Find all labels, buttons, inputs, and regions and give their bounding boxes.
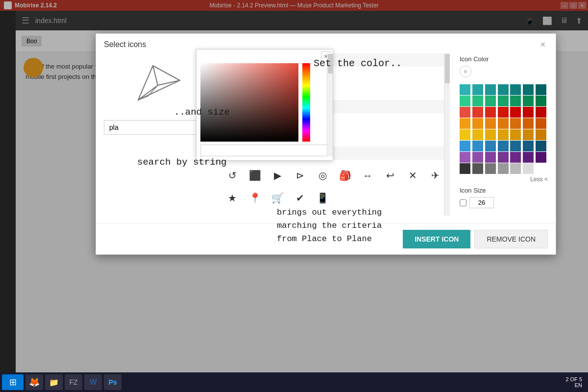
color-swatch[interactable]	[523, 84, 534, 95]
color-swatch[interactable]	[510, 141, 521, 151]
color-swatch[interactable]	[498, 96, 509, 106]
color-swatch[interactable]	[460, 141, 470, 151]
taskbar-explorer[interactable]: 📁	[45, 374, 63, 390]
icon-color-label: Icon Color	[460, 55, 548, 63]
color-swatch[interactable]	[523, 141, 534, 151]
color-swatch[interactable]	[536, 107, 546, 118]
color-swatch[interactable]	[510, 96, 521, 106]
hue-bar[interactable]	[302, 63, 310, 142]
color-swatch[interactable]	[510, 129, 521, 140]
color-swatch[interactable]	[472, 118, 483, 129]
color-swatch[interactable]	[485, 96, 496, 106]
color-swatch[interactable]	[460, 129, 470, 140]
color-swatch-grid	[460, 84, 548, 174]
color-swatch[interactable]	[472, 96, 483, 106]
color-swatch[interactable]	[510, 163, 521, 174]
icon-cell[interactable]: ↺	[221, 165, 243, 186]
color-swatch[interactable]	[510, 107, 521, 118]
icons-scrollbar[interactable]	[444, 53, 450, 216]
controls-panel: Icon Color × Less < Icon Size	[460, 53, 548, 216]
remove-icon-button[interactable]: REMOVE ICON	[474, 230, 548, 248]
icon-preview	[128, 53, 187, 112]
color-picker-scrollbar-thumb	[328, 54, 333, 74]
color-picker-hex-row	[200, 145, 329, 156]
color-swatch[interactable]	[523, 152, 534, 163]
icon-cell[interactable]: ⊳	[289, 165, 311, 186]
color-swatch[interactable]	[485, 118, 496, 129]
color-swatch[interactable]	[510, 118, 521, 129]
color-swatch[interactable]	[536, 118, 546, 129]
color-clear-button[interactable]: ×	[460, 66, 471, 77]
icon-cell[interactable]: ★	[221, 187, 243, 209]
color-swatch[interactable]	[472, 152, 483, 163]
color-swatch[interactable]	[536, 84, 546, 95]
color-swatch[interactable]	[523, 163, 534, 174]
icon-cell[interactable]: ↔	[357, 165, 378, 186]
color-swatch[interactable]	[523, 96, 534, 106]
taskbar-firefox[interactable]: 🦊	[25, 374, 43, 390]
color-swatch[interactable]	[460, 84, 470, 95]
color-swatch[interactable]	[536, 96, 546, 106]
color-swatch[interactable]	[523, 107, 534, 118]
icon-cell[interactable]: 🎒	[334, 165, 356, 186]
color-swatch[interactable]	[498, 152, 509, 163]
icon-cell[interactable]: ↩	[379, 165, 401, 186]
color-swatch[interactable]	[498, 118, 509, 129]
color-swatch[interactable]	[460, 163, 470, 174]
color-swatch[interactable]	[536, 163, 546, 174]
taskbar-info: 2 OF 5 EN	[565, 376, 586, 388]
color-swatch[interactable]	[472, 107, 483, 118]
icon-cell[interactable]: ✔	[289, 187, 311, 209]
modal-close-button[interactable]: ×	[538, 40, 548, 49]
color-swatch[interactable]	[536, 129, 546, 140]
color-swatch[interactable]	[472, 163, 483, 174]
color-swatch[interactable]	[536, 141, 546, 151]
taskbar-ps[interactable]: Ps	[104, 374, 122, 390]
color-swatch[interactable]	[485, 129, 496, 140]
color-swatch[interactable]	[460, 107, 470, 118]
color-swatch[interactable]	[472, 141, 483, 151]
taskbar-word[interactable]: W	[84, 374, 102, 390]
color-swatch[interactable]	[498, 129, 509, 140]
color-swatch[interactable]	[472, 84, 483, 95]
color-swatch[interactable]	[485, 107, 496, 118]
less-button[interactable]: Less <	[460, 176, 548, 183]
start-button[interactable]: ⊞	[2, 374, 24, 390]
color-swatch[interactable]	[485, 152, 496, 163]
color-gradient[interactable]	[200, 63, 298, 142]
color-swatch[interactable]	[498, 141, 509, 151]
color-swatch[interactable]	[523, 118, 534, 129]
icon-cell[interactable]: ✈	[424, 165, 446, 186]
color-swatch[interactable]	[498, 163, 509, 174]
color-swatch[interactable]	[510, 84, 521, 95]
left-panel	[104, 53, 212, 216]
color-swatch[interactable]	[523, 129, 534, 140]
icon-cell[interactable]: 🛒	[267, 187, 288, 209]
color-swatch[interactable]	[485, 163, 496, 174]
color-swatch[interactable]	[460, 118, 470, 129]
color-hex-input[interactable]	[200, 145, 329, 156]
size-input[interactable]	[469, 197, 494, 208]
icon-cell[interactable]: ✕	[402, 165, 423, 186]
icon-cell[interactable]: ▶	[267, 165, 288, 186]
scrollbar-thumb	[445, 54, 450, 83]
svg-line-2	[158, 80, 180, 85]
size-lock-checkbox[interactable]	[460, 199, 466, 206]
color-swatch[interactable]	[485, 141, 496, 151]
insert-icon-button[interactable]: INSERT ICON	[403, 230, 470, 248]
color-picker-scrollbar[interactable]	[327, 53, 333, 156]
search-input[interactable]	[104, 120, 212, 135]
color-swatch[interactable]	[460, 152, 470, 163]
icon-cell[interactable]: ◎	[312, 165, 333, 186]
color-swatch[interactable]	[536, 152, 546, 163]
icon-cell[interactable]: 📱	[312, 187, 333, 209]
color-swatch[interactable]	[460, 96, 470, 106]
icon-cell[interactable]: 📍	[244, 187, 266, 209]
color-swatch[interactable]	[510, 152, 521, 163]
taskbar-filezilla[interactable]: FZ	[65, 374, 82, 390]
color-swatch[interactable]	[498, 84, 509, 95]
color-swatch[interactable]	[498, 107, 509, 118]
icon-cell[interactable]: ⬛	[244, 165, 266, 186]
color-swatch[interactable]	[472, 129, 483, 140]
color-swatch[interactable]	[485, 84, 496, 95]
